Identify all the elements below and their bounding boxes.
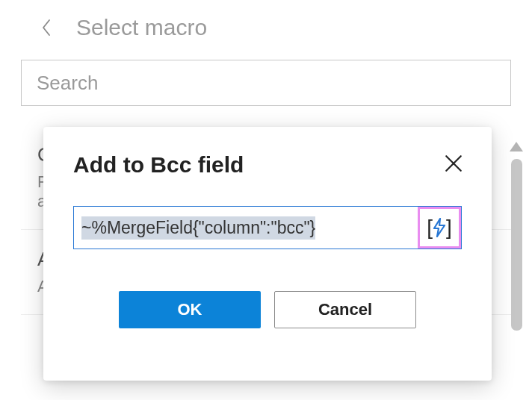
add-to-bcc-modal: Add to Bcc field ~%MergeField{"column":"… bbox=[43, 127, 492, 381]
search-input[interactable] bbox=[21, 60, 511, 106]
close-icon bbox=[444, 154, 463, 173]
panel-header: Select macro bbox=[15, 15, 517, 40]
scroll-thumb[interactable] bbox=[511, 159, 522, 331]
page-title: Select macro bbox=[76, 15, 207, 40]
close-button[interactable] bbox=[442, 152, 465, 178]
scroll-up-arrow-icon[interactable] bbox=[510, 142, 523, 151]
scrollbar[interactable] bbox=[510, 142, 523, 385]
insert-macro-button[interactable]: [ ] bbox=[418, 207, 461, 249]
back-button[interactable] bbox=[36, 17, 57, 38]
bracket-left-icon: [ bbox=[427, 216, 433, 240]
lightning-icon bbox=[433, 218, 446, 237]
macro-field-row: ~%MergeField{"column":"bcc"} [ ] bbox=[73, 206, 462, 249]
modal-title: Add to Bcc field bbox=[73, 152, 244, 178]
ok-button[interactable]: OK bbox=[119, 291, 261, 328]
bracket-right-icon: ] bbox=[446, 216, 452, 240]
modal-header: Add to Bcc field bbox=[73, 152, 462, 178]
modal-buttons: OK Cancel bbox=[73, 291, 462, 328]
chevron-left-icon bbox=[40, 19, 52, 37]
macro-input-value: ~%MergeField{"column":"bcc"} bbox=[81, 216, 315, 240]
cancel-button[interactable]: Cancel bbox=[274, 291, 416, 328]
search-wrap bbox=[21, 60, 511, 106]
macro-input[interactable]: ~%MergeField{"column":"bcc"} bbox=[74, 207, 418, 249]
